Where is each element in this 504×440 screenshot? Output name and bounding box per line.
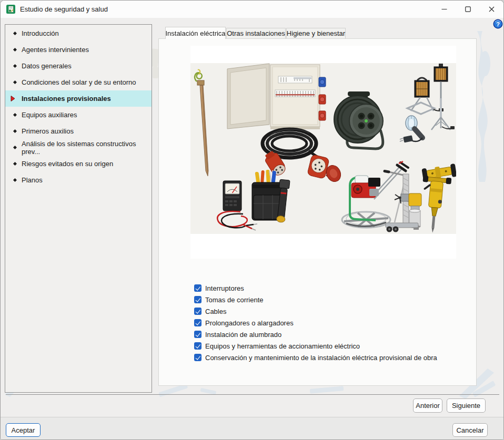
accept-button-label: Aceptar [12,426,35,434]
help-icon: ? [493,19,503,29]
checkbox-row-alumbrado[interactable]: Instalación de alumbrado [194,329,281,340]
tab-label: Instalación eléctrica [165,29,225,37]
tab-higiene-bienestar[interactable]: Higiene y bienestar [286,28,346,38]
sidebar-item-agentes[interactable]: Agentes intervinientes [5,42,152,58]
checkbox-checked-icon[interactable] [194,296,201,303]
checkbox-row-conservacion[interactable]: Conservación y mantenimiento de la insta… [194,352,437,363]
sidebar-item-planos[interactable]: Planos [5,172,152,188]
checkbox-label: Instalación de alumbrado [205,331,281,339]
checkbox-row-interruptores[interactable]: Interruptores [194,283,244,293]
cancel-button[interactable]: Cancelar [452,423,488,437]
bullet-icon [13,178,17,182]
bullet-icon [13,146,17,149]
sidebar-item-label: Primeros auxilios [22,127,74,135]
close-icon [489,6,495,12]
bullet-icon [13,113,17,117]
checkbox-label: Conservación y mantenimiento de la insta… [205,354,437,362]
sidebar-item-primeros-auxilios[interactable]: Primeros auxilios [5,123,152,139]
sidebar-item-label: Datos generales [22,62,72,70]
bullet-icon [13,32,17,35]
window-controls [432,1,503,18]
bottom-bar: Aceptar Cancelar [1,417,504,440]
separator-line [6,394,499,395]
previous-button[interactable]: Anterior [413,398,442,413]
checkbox-checked-icon[interactable] [194,308,201,315]
minimize-button[interactable] [432,1,456,18]
sidebar-item-datos-generales[interactable]: Datos generales [5,58,152,74]
accept-button[interactable]: Aceptar [6,423,41,437]
svg-text:?: ? [496,21,500,27]
sidebar-item-introduccion[interactable]: Introducción [5,25,152,42]
checkbox-row-cables[interactable]: Cables [194,306,226,316]
titlebar: Estudio de seguridad y salud [1,1,503,18]
next-button[interactable]: Siguiente [447,398,486,413]
tab-otras-instalaciones[interactable]: Otras instalaciones [226,28,286,38]
tab-label: Higiene y bienestar [287,29,345,37]
checkbox-label: Interruptores [205,284,244,292]
sidebar-item-analisis-sistemas[interactable]: Análisis de los sistemas constructivos p… [5,139,152,156]
sidebar-item-condiciones-solar[interactable]: Condiciones del solar y de su entorno [5,74,152,90]
checkbox-label: Cables [205,308,226,315]
cancel-button-label: Cancelar [456,426,483,434]
bullet-icon [13,129,17,133]
tab-panel: Interruptores Tomas de corriente Cables … [158,38,477,386]
sidebar-item-instalaciones-provisionales[interactable]: Instalaciones provisionales [5,90,152,107]
maximize-icon [465,6,471,12]
sidebar-item-label: Riesgos evitados en su origen [22,160,113,168]
sidebar: Introducción Agentes intervinientes Dato… [5,24,152,393]
distribution-board [227,64,326,129]
checkbox-checked-icon[interactable] [194,342,201,350]
bullet-icon [13,48,17,52]
checkbox-row-tomas-corriente[interactable]: Tomas de corriente [194,294,264,305]
checkbox-checked-icon[interactable] [194,319,201,326]
sidebar-item-label: Agentes intervinientes [22,46,89,54]
sidebar-item-label: Condiciones del solar y de su entorno [22,78,136,86]
maximize-button[interactable] [456,1,480,18]
selected-arrow-icon [11,96,15,101]
tab-label: Otras instalaciones [227,29,285,37]
bullet-icon [13,80,17,84]
sidebar-item-label: Análisis de los sistemas constructivos p… [22,140,152,156]
checkbox-checked-icon[interactable] [194,284,201,292]
next-button-label: Siguiente [452,402,480,410]
sidebar-item-equipos-auxiliares[interactable]: Equipos auxiliares [5,107,152,123]
checkbox-label: Equipos y herramientas de accionamiento … [205,342,360,350]
checkbox-label: Tomas de corriente [205,296,264,304]
sidebar-item-label: Introducción [22,29,59,37]
sidebar-item-label: Planos [22,176,43,184]
bullet-icon [13,162,17,166]
sidebar-item-label: Equipos auxiliares [22,111,77,119]
checkbox-checked-icon[interactable] [194,354,201,361]
checkbox-checked-icon[interactable] [194,331,201,338]
previous-button-label: Anterior [416,402,440,410]
help-button[interactable]: ? [493,19,503,29]
sidebar-item-label: Instalaciones provisionales [22,95,111,103]
minimize-icon [441,6,447,12]
multimeter [223,181,241,211]
bullet-icon [13,64,17,68]
sidebar-item-riesgos-evitados[interactable]: Riesgos evitados en su origen [5,156,152,172]
checkbox-row-prolongadores[interactable]: Prolongadores o alargadores [194,318,294,328]
equipment-illustration [190,46,456,259]
dialog-window: Estudio de seguridad y salud ? Introducc… [0,0,504,440]
close-button[interactable] [480,1,503,18]
app-icon [6,5,15,14]
checkbox-label: Prolongadores o alargadores [205,319,294,327]
tab-instalacion-electrica[interactable]: Instalación eléctrica [165,27,226,39]
window-title: Estudio de seguridad y salud [20,5,108,13]
checkbox-row-equipos-electricos[interactable]: Equipos y herramientas de accionamiento … [194,341,360,351]
